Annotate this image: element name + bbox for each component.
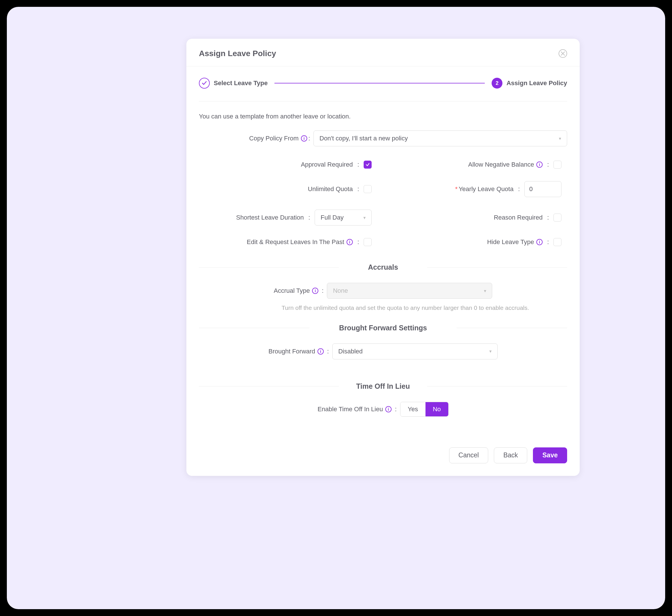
brought-forward-value: Disabled [338,348,363,355]
copy-policy-from-label: Copy Policy From [249,135,299,142]
brought-forward-section-title: Brought Forward Settings [199,324,567,332]
reason-required-label: Reason Required [494,214,543,221]
save-button[interactable]: Save [533,447,567,463]
stepper: Select Leave Type 2 Assign Leave Policy [186,66,580,101]
modal-footer: Cancel Back Save [186,439,580,476]
chevron-down-icon: ▾ [559,136,561,141]
shortest-duration-value: Full Day [320,214,344,221]
step-2-label: Assign Leave Policy [507,79,567,87]
accrual-type-placeholder: None [333,287,348,294]
hide-leave-type-label: Hide Leave Type [487,238,534,246]
yearly-quota-input[interactable]: 0 [524,181,561,197]
copy-policy-from-value: Don't copy, I'll start a new policy [319,135,408,142]
step-1-label: Select Leave Type [214,79,267,87]
modal-body: You can use a template from another leav… [186,113,580,439]
yearly-quota-value: 0 [529,185,533,193]
chevron-down-icon: ▾ [489,349,492,354]
cancel-button[interactable]: Cancel [449,447,489,463]
reason-required-checkbox[interactable] [554,214,561,222]
hide-leave-type-checkbox[interactable] [554,238,561,246]
close-icon [561,52,565,56]
info-icon[interactable]: i [347,239,353,245]
brought-forward-select[interactable]: Disabled ▾ [332,343,498,359]
edit-past-checkbox[interactable] [364,238,372,246]
step-connector [274,83,485,83]
accrual-type-label: Accrual Type [274,287,310,294]
modal-title: Assign Leave Policy [199,49,276,58]
toil-label: Enable Time Off In Lieu [317,406,383,413]
allow-negative-balance-label: Allow Negative Balance [468,161,534,168]
toil-section-title: Time Off In Lieu [199,382,567,390]
page-background: Assign Leave Policy Select Leave Type 2 … [7,7,665,609]
edit-past-label: Edit & Request Leaves In The Past [247,238,344,246]
approval-required-checkbox[interactable] [364,161,372,169]
check-icon [366,162,370,167]
brought-forward-label: Brought Forward [268,348,315,355]
info-icon[interactable]: i [317,348,324,355]
allow-negative-balance-checkbox[interactable] [554,161,561,169]
toil-toggle: Yes No [400,402,449,417]
toil-yes-button[interactable]: Yes [401,402,426,416]
shortest-duration-select[interactable]: Full Day ▾ [314,210,372,226]
assign-leave-policy-modal: Assign Leave Policy Select Leave Type 2 … [186,39,580,476]
chevron-down-icon: ▾ [484,288,486,294]
step-done-icon [199,78,210,89]
accrual-hint: Turn off the unlimited quota and set the… [199,303,567,312]
info-icon[interactable]: i [536,161,543,168]
modal-header: Assign Leave Policy [186,39,580,66]
close-button[interactable] [559,49,567,58]
info-icon[interactable]: i [312,288,318,294]
toil-no-button[interactable]: No [426,402,448,416]
step-assign-leave-policy[interactable]: 2 Assign Leave Policy [492,78,567,89]
info-icon[interactable]: i [385,406,392,412]
approval-required-label: Approval Required [301,161,353,168]
back-button[interactable]: Back [494,447,527,463]
step-2-number: 2 [492,78,503,89]
info-icon[interactable]: i [301,135,307,142]
intro-text: You can use a template from another leav… [199,113,567,120]
chevron-down-icon: ▾ [364,215,366,220]
unlimited-quota-checkbox[interactable] [364,185,372,193]
accruals-section-title: Accruals [199,263,567,271]
info-icon[interactable]: i [536,239,543,245]
unlimited-quota-label: Unlimited Quota [308,185,353,193]
yearly-quota-label: Yearly Leave Quota [459,185,513,193]
step-select-leave-type[interactable]: Select Leave Type [199,78,267,89]
accrual-type-select: None ▾ [327,283,492,299]
shortest-duration-label: Shortest Leave Duration [236,214,304,221]
copy-policy-from-select[interactable]: Don't copy, I'll start a new policy ▾ [313,130,567,146]
